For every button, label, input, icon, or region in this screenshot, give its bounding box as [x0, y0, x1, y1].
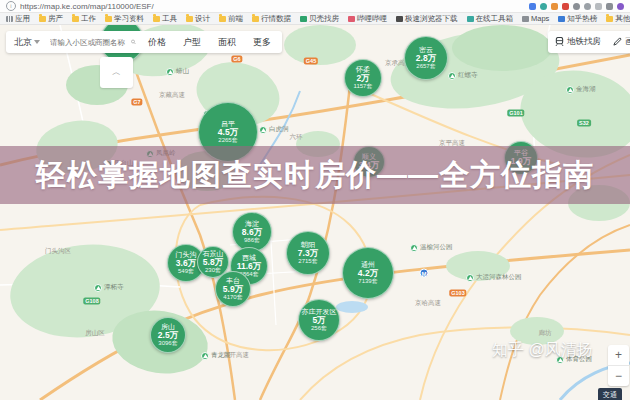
zoom-in-button[interactable]: +	[608, 345, 629, 366]
district-price-bubble[interactable]: 亦庄开发区5万256套	[298, 299, 340, 341]
zoom-out-button[interactable]: −	[608, 366, 629, 386]
bubble-price: 4.5万	[218, 128, 238, 137]
bookmark-item[interactable]: 行情数据	[252, 14, 291, 24]
bubble-price: 5万	[312, 316, 325, 325]
district-price-bubble[interactable]: 密云2.8万2657套	[404, 36, 448, 80]
district-price-bubble[interactable]: 通州4.2万7139套	[342, 247, 394, 299]
poi-label: 大运河森林公园	[476, 273, 522, 282]
road-shield: S32	[577, 120, 591, 127]
bubble-listing-count: 230套	[205, 267, 221, 274]
park-area	[452, 25, 552, 71]
pen-icon	[613, 37, 622, 48]
site-icon	[396, 16, 403, 22]
road-shield: G101	[507, 110, 524, 117]
bookmark-item[interactable]: 工具	[153, 14, 177, 24]
district-price-bubble[interactable]: 朝阳7.3万2715套	[286, 231, 330, 275]
bookmark-item[interactable]: 贝壳找房	[300, 14, 339, 24]
bookmark-item[interactable]: 工作	[72, 14, 96, 24]
bookmark-item[interactable]: 哔哩哔哩	[348, 14, 387, 24]
district-price-bubble[interactable]: 怀柔2万1157套	[344, 59, 382, 97]
filter-tab-2[interactable]: 户型	[183, 36, 201, 49]
bookmark-label: 贝壳找房	[309, 14, 339, 24]
park-pin-icon	[448, 72, 456, 80]
tool-pen[interactable]: 画圈找房	[613, 36, 630, 48]
bubble-listing-count: 3096套	[158, 340, 177, 347]
bookmark-item[interactable]: 房产	[39, 14, 63, 24]
district-price-bubble[interactable]: 房山2.5万3096套	[150, 317, 186, 353]
road-shield: G45	[304, 58, 318, 65]
tool-train[interactable]: 地铁找房	[555, 36, 601, 48]
park-pin-icon	[166, 68, 174, 76]
poi-label: 蟒山	[176, 67, 189, 76]
poi-pin[interactable]: 大运河森林公园	[466, 273, 522, 282]
bookmark-item[interactable]: 学习资料	[105, 14, 144, 24]
refresh-icon[interactable]	[584, 3, 591, 10]
bookmark-item[interactable]: 极速浏览器下载	[396, 14, 458, 24]
bookmark-item[interactable]: Maps	[522, 14, 549, 23]
bookmark-item[interactable]: 前端	[219, 14, 243, 24]
filter-tab-4[interactable]: 更多	[253, 36, 271, 49]
poi-pin[interactable]: 蟒山	[166, 67, 189, 76]
bubble-price: 3.6万	[176, 259, 196, 268]
blue-extension-icon[interactable]	[529, 3, 536, 10]
bookmark-item[interactable]: 应用	[6, 14, 30, 24]
bubble-price: 2.8万	[416, 54, 436, 63]
folder-icon	[219, 16, 226, 22]
traffic-layer-button[interactable]: 交通	[598, 388, 622, 400]
road-shield: G7	[131, 99, 142, 106]
zoom-control: + −	[608, 345, 629, 386]
city-label: 北京	[14, 36, 32, 49]
bookmark-label: 行情数据	[261, 14, 291, 24]
bubble-listing-count: 986套	[244, 237, 260, 244]
teal-extension-icon[interactable]	[540, 3, 547, 10]
bubble-price: 8.6万	[242, 228, 262, 237]
district-price-bubble[interactable]: 海淀8.6万986套	[232, 212, 272, 252]
site-icon	[467, 16, 474, 22]
bubble-listing-count: 549套	[178, 268, 194, 275]
bookmark-label: 房产	[48, 14, 63, 24]
page-info-icon[interactable]: i	[6, 1, 16, 11]
orange-extension-icon[interactable]	[551, 3, 558, 10]
train-icon	[555, 37, 564, 48]
bookmark-item[interactable]: 知乎热榜	[558, 14, 597, 24]
page-title: 轻松掌握地图查实时房价——全方位指南	[36, 155, 594, 196]
search-icon[interactable]	[131, 38, 136, 46]
city-selector[interactable]: 北京	[14, 36, 40, 49]
poi-pin[interactable]: 温榆河公园	[410, 243, 453, 252]
poi-pin[interactable]: 红螺寺	[448, 71, 478, 80]
history-icon[interactable]	[573, 3, 580, 10]
map-search-toolbar: 北京 价格户型面积更多	[6, 31, 282, 53]
poi-pin[interactable]: 白虎涧	[259, 125, 289, 134]
filter-tab-3[interactable]: 面积	[218, 36, 236, 49]
bookmark-label: 工作	[81, 14, 96, 24]
site-icon	[522, 16, 529, 22]
bubble-listing-count: 4170套	[223, 294, 242, 301]
bookmark-item[interactable]: 其他书签	[606, 14, 630, 24]
search-input[interactable]	[48, 37, 128, 48]
poi-pin[interactable]: 金海湖	[566, 85, 596, 94]
star-icon[interactable]	[595, 3, 602, 10]
bubble-price: 4.2万	[358, 269, 378, 278]
bookmark-label: Maps	[531, 14, 549, 23]
collapse-panel-button[interactable]: ︿	[100, 57, 133, 88]
metro-station-icon[interactable]: M	[420, 269, 429, 278]
road-shield: G6	[231, 56, 242, 63]
chevron-down-icon	[34, 40, 40, 44]
url-text[interactable]: https://map.ke.com/map/110000/ESF/	[20, 2, 529, 11]
bookmarks-bar: 应用房产工作学习资料工具设计前端行情数据贝壳找房哔哩哔哩极速浏览器下载在线工具箱…	[0, 13, 630, 25]
bookmark-item[interactable]: 在线工具箱	[467, 14, 514, 24]
title-banner: 轻松掌握地图查实时房价——全方位指南	[0, 146, 630, 204]
poi-label: 金海湖	[576, 85, 596, 94]
bookmark-item[interactable]: 设计	[186, 14, 210, 24]
filter-tab-1[interactable]: 价格	[148, 36, 166, 49]
map-label: 六环	[290, 133, 303, 142]
sidebar-icon[interactable]	[606, 3, 613, 10]
poi-pin[interactable]: 潭柘寺	[94, 283, 124, 292]
poi-pin[interactable]: 青龙湖	[201, 351, 231, 360]
search-box	[48, 37, 136, 48]
red-extension-icon[interactable]	[562, 3, 569, 10]
filter-tabs: 价格户型面积更多	[148, 36, 271, 49]
profile-avatar[interactable]	[617, 3, 624, 10]
grid-icon	[6, 16, 13, 22]
district-price-bubble[interactable]: 丰台5.9万4170套	[215, 271, 251, 307]
